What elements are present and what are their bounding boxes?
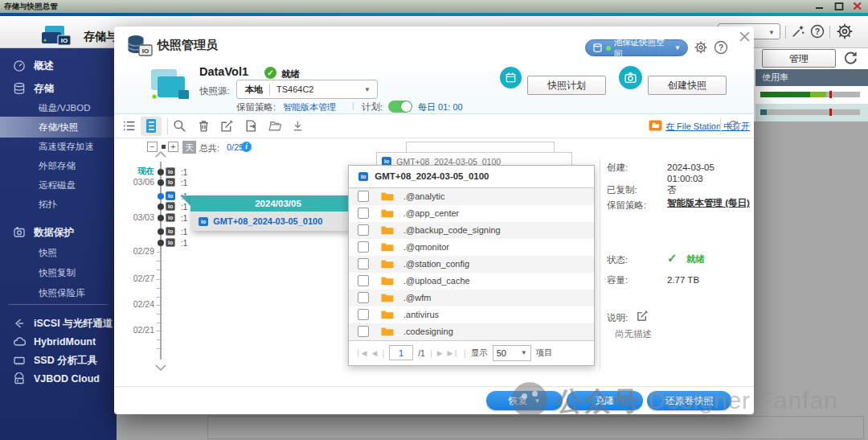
snapshot-io-icon[interactable]: io [166, 238, 175, 247]
dialog-help-icon[interactable]: ? [714, 40, 728, 55]
open-folder-icon[interactable] [268, 119, 282, 133]
take-snapshot-icon[interactable] [619, 66, 642, 89]
snapshot-node[interactable] [158, 228, 164, 235]
folder-row[interactable]: .@backup_code_signing [349, 222, 594, 239]
last-page-icon[interactable]: ▶❘ [448, 349, 459, 357]
status-value: 就绪 [686, 253, 705, 265]
volume-icon [146, 68, 191, 105]
timeline-scroll-down-icon[interactable] [155, 364, 166, 371]
search-icon[interactable] [173, 119, 186, 133]
sidebar-item-ssd-profiling[interactable]: SSD 分析工具 [0, 351, 117, 370]
delete-icon[interactable] [197, 119, 211, 133]
sidebar-item-overview[interactable]: 概述 [0, 56, 117, 76]
folder-row[interactable]: .@app_center [349, 205, 594, 222]
sidebar-item-snapshot-vault[interactable]: 快照保险库 [0, 283, 117, 302]
snapshot-io-icon[interactable]: io [166, 213, 175, 222]
prev-page-icon[interactable]: ◀ [371, 349, 377, 357]
row-checkbox[interactable] [358, 224, 369, 236]
zoom-in-button[interactable]: + [168, 142, 178, 152]
sidebar-item-topology[interactable]: 拓扑 [0, 195, 117, 214]
take-snapshot-button[interactable]: 创建快照 [648, 76, 727, 95]
sidebar-item-snapshot[interactable]: 快照 [0, 243, 117, 262]
sidebar-item-storage-snapshots[interactable]: 存储/快照 [0, 117, 117, 138]
chevron-down-icon: ▼ [521, 349, 527, 356]
row-checkbox[interactable] [358, 292, 369, 303]
snapshot-io-icon[interactable]: io [166, 178, 175, 187]
snapshot-source-dropdown[interactable]: 本地 TS464C2 ▼ [236, 80, 378, 99]
refresh-icon[interactable] [842, 50, 858, 66]
snapshot-schedule-button[interactable]: 快照计划 [527, 76, 606, 95]
data-protect-icon [13, 226, 26, 239]
snapshot-node[interactable] [158, 204, 164, 210]
callout-snapshot-row[interactable]: io GMT+08_2024-03-05_0100 ✓ [190, 212, 366, 231]
sidebar-item-external-storage[interactable]: 外部存储 [0, 156, 117, 175]
row-checkbox[interactable] [358, 275, 369, 286]
row-checkbox[interactable] [358, 309, 369, 320]
snapshot-callout[interactable]: 2024/03/05 io GMT+08_2024-03-05_0100 ✓ [190, 195, 366, 231]
folder-row[interactable]: .@analytic [349, 188, 594, 205]
sidebar-item-data-protection[interactable]: 数据保护 [0, 223, 117, 242]
page-number-input[interactable] [389, 345, 413, 360]
row-checkbox[interactable] [358, 191, 369, 202]
sidebar-item-cache-acceleration[interactable]: 高速缓存加速 [0, 137, 117, 156]
list-view-icon[interactable] [122, 119, 136, 133]
usage-bar-snapshot [810, 92, 826, 97]
snapshot-node[interactable] [158, 240, 164, 246]
gear-icon[interactable] [836, 23, 854, 40]
edit-icon[interactable] [220, 119, 234, 133]
next-page-icon[interactable]: ▶ [437, 349, 443, 357]
folder-row[interactable]: .codesigning [349, 323, 594, 340]
first-page-icon[interactable]: ❘◀ [355, 349, 366, 357]
sidebar-item-remote-disk[interactable]: 远程磁盘 [0, 175, 117, 195]
info-icon[interactable]: i [241, 142, 252, 152]
copied-label: 已复制: [607, 184, 637, 196]
sidebar-item-snapshot-replica[interactable]: 快照复制 [0, 263, 117, 282]
help-icon[interactable]: ? [810, 24, 825, 39]
maximize-icon[interactable] [834, 2, 844, 10]
close-window-icon[interactable] [853, 2, 862, 10]
folder-row[interactable]: .@qmonitor [349, 239, 594, 256]
snapshot-io-icon[interactable]: io [166, 191, 175, 200]
timeline-scroll-up-icon[interactable] [155, 151, 166, 158]
row-checkbox[interactable] [358, 208, 369, 219]
folder-row[interactable]: .antivirus [349, 306, 594, 323]
edit-description-icon[interactable] [637, 310, 649, 322]
zoom-handle[interactable] [162, 145, 166, 149]
sidebar-item-hybridmount[interactable]: HybridMount [0, 332, 117, 352]
retention-policy-link[interactable]: 智能版本管理 (每日) [667, 197, 751, 208]
download-icon[interactable] [291, 119, 305, 133]
pool-guaranteed-snapshot-space-button[interactable]: 池保证快照空间 ▼ [585, 39, 688, 56]
row-checkbox[interactable] [358, 326, 369, 337]
export-file-icon[interactable] [244, 119, 258, 133]
usage-bar-track [760, 109, 860, 115]
schedule-toggle[interactable] [388, 101, 412, 113]
dialog-settings-icon[interactable] [694, 40, 708, 55]
row-checkbox[interactable] [358, 241, 369, 253]
snapshot-node[interactable] [158, 179, 164, 186]
snapshot-io-icon[interactable]: io [166, 167, 175, 176]
row-checkbox[interactable] [358, 258, 369, 269]
minimize-icon[interactable] [815, 2, 825, 10]
watermark-text-en: Designer Fanfan [648, 387, 838, 414]
dialog-close-icon[interactable] [739, 31, 751, 43]
snapshot-io-icon[interactable]: io [166, 202, 175, 211]
timeline-view-icon[interactable] [145, 118, 157, 134]
retention-policy-link[interactable]: 智能版本管理 [283, 101, 336, 113]
snapshot-node-selected[interactable] [158, 193, 164, 199]
wand-icon[interactable] [791, 24, 805, 39]
sidebar-item-disks-vjbod[interactable]: 磁盘/VJBOD [0, 98, 117, 117]
snapshot-io-icon[interactable]: io [166, 227, 175, 236]
snapshot-node[interactable] [158, 169, 164, 175]
snapshot-node[interactable] [158, 215, 164, 221]
folder-row[interactable]: .@wfm [349, 290, 594, 306]
dialog-refresh-icon[interactable] [727, 119, 739, 132]
sidebar-item-iscsi[interactable]: iSCSI 与光纤通道 [0, 314, 117, 333]
folder-row[interactable]: .@station_config [349, 256, 594, 273]
sidebar-item-vjbod-cloud[interactable]: VJBOD Cloud [0, 369, 117, 389]
snapshot-schedule-icon[interactable] [500, 67, 522, 88]
stacked-panel [406, 142, 555, 153]
sidebar-item-storage[interactable]: 存储 [0, 79, 117, 98]
manage-button[interactable]: 管理 [762, 49, 836, 68]
folder-row[interactable]: .@upload_cache [349, 273, 594, 290]
page-size-select[interactable]: 50 ▼ [493, 345, 531, 361]
